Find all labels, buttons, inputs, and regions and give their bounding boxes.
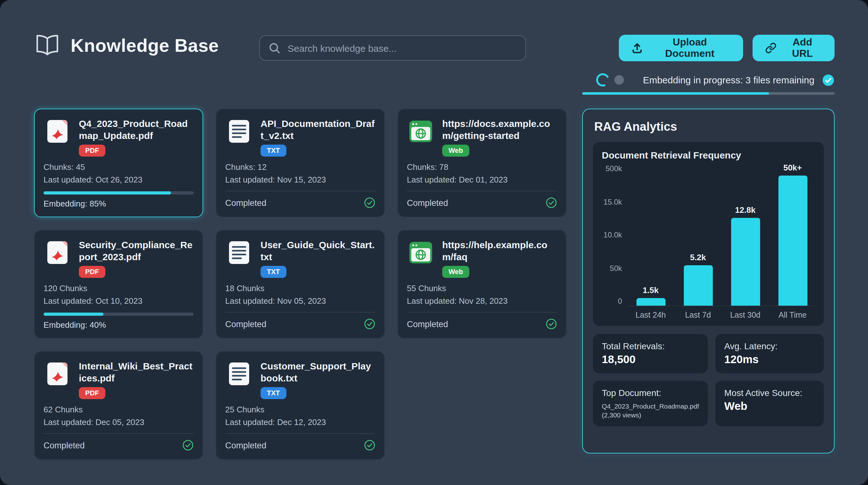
document-card[interactable]: API_Documentation_Draft_v2.txt TXT Chunk… [216,109,385,217]
embedding-percent-label: Embedding: 40% [43,320,194,330]
document-meta: 120 Chunks Last updated: Oct 10, 2023 [43,282,194,308]
card-header: Customer_Support_Playbook.txt TXT [225,360,375,399]
chart-x-tick-label: Last 30d [722,311,769,319]
document-card[interactable]: User_Guide_Quick_Start.txt TXT 18 Chunks… [216,230,385,339]
embedding-status: Embedding in progress: 3 files remaining [582,73,835,87]
chart-y-tick-label: 500k [606,165,622,172]
search-input[interactable] [286,42,517,54]
completed-check-icon [182,439,194,451]
stat-value: Q4_2023_Product_Roadmap.pdf [602,402,699,410]
app-window: Knowledge Base Upload Document Add URL [0,0,868,485]
document-card[interactable]: https://help.example.com/faq Web 55 Chun… [397,230,566,339]
upload-icon [631,42,643,54]
chart-plot-area: 1.5k 5.2k 12.8k 50k+ [627,166,816,306]
document-title: https://docs.example.com/getting-started [442,117,557,141]
document-type-icon [43,360,71,388]
search-bar [259,35,526,61]
document-card[interactable]: https://docs.example.com/getting-started… [397,109,566,217]
chart-bar-group: 5.2k [674,253,722,306]
last-updated-label: Last updated: Oct 10, 2023 [43,295,194,308]
file-type-badge: TXT [260,145,286,156]
document-type-icon [225,239,253,266]
stat-value: 120ms [724,353,815,366]
chart-x-tick-label: Last 7d [674,311,722,319]
upload-document-button[interactable]: Upload Document [619,35,743,61]
chart-x-tick-label: All Time [769,311,816,319]
status-label: Completed [225,440,267,450]
document-card[interactable]: Q4_2023_Product_Roadmap_Update.pdf PDF C… [34,109,203,217]
chunks-label: 62 Chunks [43,403,194,416]
app-brand: Knowledge Base [33,33,219,58]
link-icon [765,42,777,54]
card-status-footer: Completed [225,312,375,330]
last-updated-label: Last updated: Nov 28, 2023 [407,295,557,308]
card-status-footer: Completed [407,312,557,330]
analytics-stats-grid: Total Retrievals: 18,500 Avg. Latency: 1… [593,334,824,426]
card-header: Q4_2023_Product_Roadmap_Update.pdf PDF [43,117,194,156]
chart-x-axis: Last 24hLast 7dLast 30dAll Time [627,311,816,319]
file-type-badge: TXT [260,387,286,399]
last-updated-label: Last updated: Nov 15, 2023 [225,174,375,186]
document-type-icon [407,239,435,266]
last-updated-label: Last updated: Dec 05, 2023 [43,416,194,429]
completed-check-icon [546,197,557,208]
add-url-button[interactable]: Add URL [752,35,835,61]
chart-bar-group: 12.8k [722,205,769,306]
document-meta: Chunks: 45 Last updated: Oct 26, 2023 [43,161,194,186]
chart-bar-value-label: 12.8k [735,205,755,215]
document-title: API_Documentation_Draft_v2.txt [260,117,375,141]
document-meta: 62 Chunks Last updated: Dec 05, 2023 [43,403,194,429]
document-title: User_Guide_Quick_Start.txt [260,239,375,263]
stat-card: Top Document: Q4_2023_Product_Roadmap.pd… [593,381,708,426]
chart-bar-value-label: 50k+ [783,163,802,172]
embedding-progress-block: Embedding: 40% [43,313,194,330]
stat-card: Avg. Latency: 120ms [715,334,824,373]
document-card[interactable]: Security_Compliance_Report_2023.pdf PDF … [34,230,203,339]
chart-bar-value-label: 5.2k [690,253,706,262]
analytics-title: RAG Analytics [594,120,824,134]
upload-button-label: Upload Document [649,37,731,59]
document-type-icon [225,360,253,388]
embedding-progress-block: Embedding: 85% [43,191,194,208]
status-label: Completed [225,319,267,329]
status-label: Completed [407,198,448,207]
stat-label: Total Retrievals: [602,341,699,351]
retrieval-frequency-chart: Document Retrieval Frequency 500k15.0k10… [593,142,824,326]
file-type-badge: PDF [79,266,105,278]
status-label: Completed [407,319,448,329]
completed-check-icon [364,439,375,451]
pending-dot-icon [614,75,624,85]
card-header: https://docs.example.com/getting-started… [407,117,557,156]
document-meta: Chunks: 78 Last updated: Dec 01, 2023 [407,161,557,186]
chunks-label: 25 Chunks [225,403,375,416]
pdf-file-icon [43,239,71,266]
last-updated-label: Last updated: Oct 26, 2023 [43,174,194,186]
document-title: Q4_2023_Product_Roadmap_Update.pdf [79,117,194,141]
completed-check-icon [546,318,557,330]
document-meta: 18 Chunks Last updated: Nov 05, 2023 [225,282,375,308]
chart-bar [778,176,807,306]
embedding-progress-bar [43,191,194,195]
stat-card: Total Retrievals: 18,500 [593,334,708,373]
document-title: https://help.example.com/faq [442,239,557,263]
file-type-badge: TXT [260,266,286,278]
chart-bar-value-label: 1.5k [643,285,659,295]
chart-title: Document Retrieval Frequency [602,150,816,161]
chart-bar [683,265,713,306]
web-source-icon [407,239,435,266]
embedding-percent-label: Embedding: 85% [43,199,194,208]
chart-y-tick-label: 10.0k [603,231,622,239]
chart-bar-group: 50k+ [769,163,816,306]
document-card[interactable]: Internal_Wiki_Best_Practices.pdf PDF 62 … [34,351,203,460]
status-label: Completed [225,198,267,207]
document-title: Internal_Wiki_Best_Practices.pdf [79,360,194,384]
document-card[interactable]: Customer_Support_Playbook.txt TXT 25 Chu… [216,351,385,460]
document-meta: Chunks: 12 Last updated: Nov 15, 2023 [225,161,375,186]
last-updated-label: Last updated: Dec 01, 2023 [407,174,557,186]
card-status-footer: Completed [43,433,194,451]
chart-x-tick-label: Last 24h [627,311,674,319]
card-status-footer: Completed [225,433,375,451]
completed-check-icon [364,318,375,330]
last-updated-label: Last updated: Dec 12, 2023 [225,416,375,429]
completed-check-icon [364,197,375,208]
